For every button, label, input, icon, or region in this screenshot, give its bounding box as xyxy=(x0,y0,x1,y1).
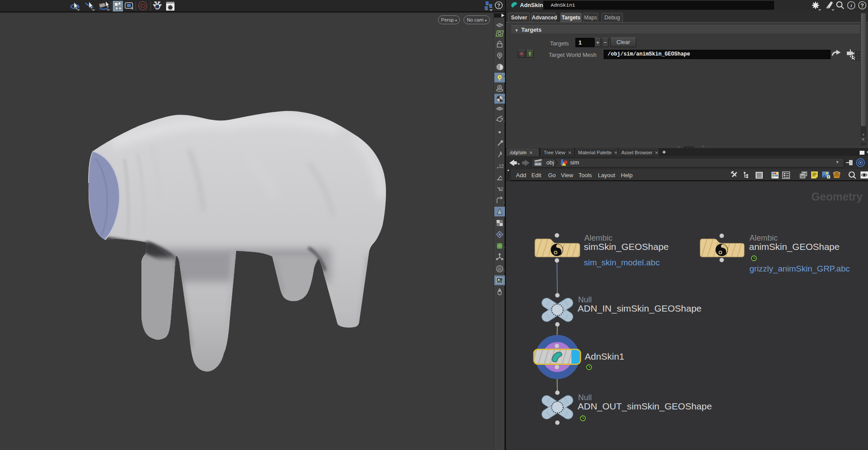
svg-text:12: 12 xyxy=(499,164,504,169)
svg-text:12: 12 xyxy=(498,187,504,192)
svg-text:i: i xyxy=(850,3,852,8)
svg-text:?: ? xyxy=(861,3,864,9)
svg-text:?: ? xyxy=(497,3,500,9)
